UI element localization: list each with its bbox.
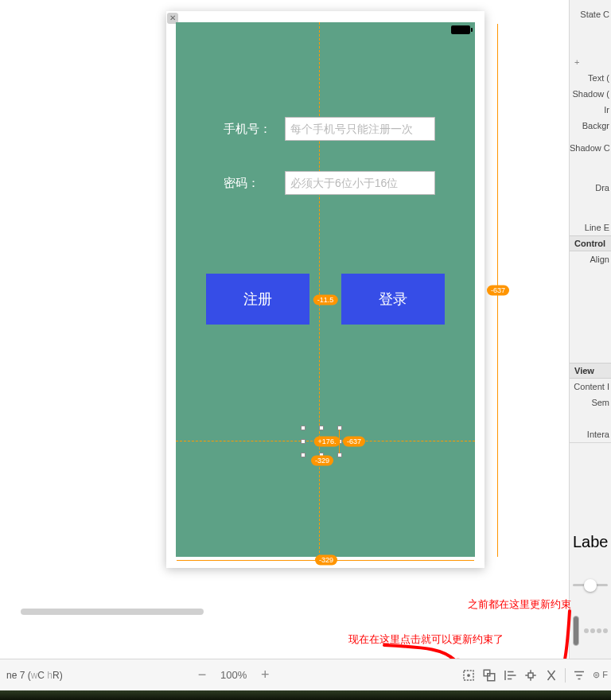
phone-input[interactable]	[285, 117, 435, 141]
password-row: 密码：	[224, 171, 435, 195]
inspector-image[interactable]: Ir	[570, 102, 611, 118]
embed-in-icon[interactable]	[482, 668, 496, 682]
inspector-view-header: View	[570, 363, 611, 379]
horizontal-scrollbar[interactable]	[21, 609, 204, 615]
inspector-background[interactable]: Backgr	[570, 118, 611, 134]
constraint-selection-bottom[interactable]: -329	[311, 456, 333, 466]
canvas-area[interactable]: ✕ 手机号： 密码： 注册 登录 -11.5	[0, 0, 569, 659]
login-button[interactable]: 登录	[341, 274, 445, 325]
inspector-line-break[interactable]: Line E	[570, 220, 611, 235]
bottom-bar: ne 7 (wC hR) − 100% + ⊜ F	[0, 659, 611, 690]
device-path[interactable]: ne 7 (wC hR)	[0, 670, 63, 681]
inspector-swatch-row	[573, 616, 608, 646]
zoom-out-button[interactable]: −	[195, 667, 209, 683]
align-icon[interactable]	[503, 668, 517, 682]
inspector-control-header: Control	[570, 235, 611, 251]
swatch-options[interactable]	[584, 628, 608, 633]
inspector-semantic[interactable]: Sem	[570, 395, 611, 410]
svg-rect-4	[528, 673, 533, 678]
measure-bracket	[339, 430, 340, 453]
zoom-controls: − 100% +	[195, 667, 272, 683]
constraint-selection-x[interactable]: +176.	[314, 437, 341, 447]
constraint-button-gap[interactable]: -11.5	[313, 295, 338, 305]
constraint-width[interactable]: -329	[315, 555, 337, 566]
iphone-frame: ✕ 手机号： 密码： 注册 登录 -11.5	[166, 11, 485, 568]
password-label: 密码：	[224, 176, 285, 191]
constraint-height[interactable]: -637	[487, 286, 509, 296]
svg-point-1	[467, 674, 470, 677]
zoom-in-button[interactable]: +	[258, 667, 272, 683]
annotation-previous: 之前都在这里更新约束	[468, 597, 571, 612]
inspector-panel[interactable]: State C + Text ( Shadow ( Ir Backgr Shad…	[569, 0, 611, 659]
register-button[interactable]: 注册	[206, 274, 309, 325]
update-frames-icon[interactable]	[461, 668, 476, 682]
resolve-constraints-icon[interactable]	[544, 668, 558, 682]
slider-thumb[interactable]	[584, 579, 597, 592]
pin-constraints-icon[interactable]	[523, 668, 538, 682]
inspector-content-mode[interactable]: Content I	[570, 379, 611, 395]
battery-icon	[451, 25, 470, 34]
inspector-color-swatch[interactable]	[573, 616, 579, 646]
inspector-alignment[interactable]: Align	[570, 251, 611, 267]
filter-icon[interactable]	[572, 668, 586, 682]
phone-label: 手机号：	[224, 122, 285, 137]
password-input[interactable]	[285, 171, 435, 195]
icon-separator	[565, 668, 566, 682]
phone-row: 手机号：	[224, 117, 435, 141]
inspector-label-input[interactable]	[573, 533, 608, 551]
inspector-shadow-offset[interactable]: Shadow C	[570, 140, 611, 156]
inspector-shadow-color[interactable]: Shadow (	[570, 86, 611, 102]
ib-icon-bar: ⊜ F	[461, 668, 608, 682]
inspector-state-config[interactable]: State C	[570, 6, 611, 22]
svg-rect-3	[488, 673, 495, 680]
inspector-drawing[interactable]: Dra	[570, 180, 611, 196]
inspector-text-color[interactable]: Text (	[570, 70, 611, 86]
filter-label[interactable]: ⊜ F	[593, 670, 608, 680]
inspector-interaction[interactable]: Intera	[570, 426, 611, 443]
annotation-now: 现在在这里点击就可以更新约束了	[348, 632, 504, 647]
inspector-slider[interactable]	[573, 584, 608, 586]
zoom-value[interactable]: 100%	[220, 669, 247, 681]
grass-strip	[0, 690, 611, 700]
plus-icon[interactable]: +	[570, 54, 611, 70]
constraint-selection-right[interactable]: -637	[343, 437, 365, 447]
iphone-view[interactable]: 手机号： 密码： 注册 登录 -11.5	[176, 22, 475, 557]
